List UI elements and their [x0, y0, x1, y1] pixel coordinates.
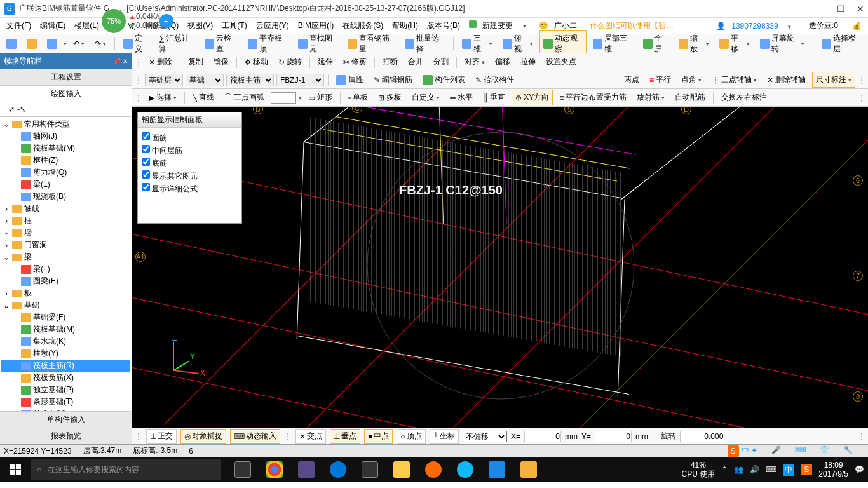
aux3-button[interactable]: ⋮ 三点辅轴▾ [708, 72, 761, 88]
merge-button[interactable]: 合并 [404, 54, 427, 70]
trim-button[interactable]: ✂ 修剪 [339, 54, 370, 70]
tray-up-icon[interactable]: ⌃ [721, 465, 728, 474]
tree-axis[interactable]: 轴线 [24, 203, 39, 214]
menu-file[interactable]: 文件(F) [3, 18, 35, 33]
component-tree[interactable]: ⌄常用构件类型 轴网(J) 筏板基础(M) 框柱(Z) 剪力墙(Q) 梁(L) … [0, 117, 132, 411]
tree-fbjc[interactable]: 筏板基础(M) [33, 324, 75, 335]
tree-shearwall[interactable]: 剪力墙(Q) [33, 167, 67, 178]
menu-edit[interactable]: 编辑(E) [36, 18, 69, 33]
tree-raft[interactable]: 筏板基础(M) [33, 143, 75, 154]
ime-lang[interactable]: 中 ✦ [742, 445, 757, 457]
rebar-display-panel[interactable]: 钢筋显示控制面板 面筋 中间层筋 底筋 显示其它图元 显示详细公式 [137, 112, 242, 224]
dimension-button[interactable]: 尺寸标注▾ [812, 72, 855, 88]
save-dropdown[interactable]: ▾ [64, 41, 67, 47]
chk-top-rebar[interactable]: 面筋 [142, 132, 238, 144]
app-store[interactable] [355, 457, 385, 482]
tree-zhu[interactable]: 柱 [24, 215, 32, 226]
move-button[interactable]: ✥ 移动 [241, 54, 272, 70]
tree-jcl[interactable]: 基础梁(F) [33, 312, 65, 323]
ime-tool-icon[interactable]: 🔧 [843, 445, 853, 457]
category-select[interactable]: 基础 [186, 74, 224, 86]
parallel-edge-button[interactable]: ≡ 平行边布置受力筋 [555, 90, 630, 105]
tray-clock[interactable]: 18:092017/9/5 [818, 461, 848, 479]
offset-button[interactable]: 偏移 [491, 54, 514, 70]
pick-button[interactable]: ✎ 拾取构件 [471, 72, 518, 88]
maximize-icon[interactable]: ☐ [837, 4, 845, 14]
dyn-input-toggle[interactable]: ⌨ 动态输入 [230, 429, 280, 444]
tree-dljc[interactable]: 独立基础(P) [33, 384, 74, 395]
ime-mic-icon[interactable]: 🎤 [771, 445, 781, 457]
tree-ban[interactable]: 板 [24, 288, 32, 299]
tab-single-input[interactable]: 单构件输入 [0, 411, 132, 428]
taskview-icon[interactable] [227, 457, 258, 482]
extend-button[interactable]: 延伸 [314, 54, 337, 70]
tree-beam[interactable]: 梁(L) [33, 179, 50, 190]
copy-button[interactable]: 复制 [184, 54, 207, 70]
single-slab-button[interactable]: ▫ 单板 [344, 90, 372, 105]
tab-project-settings[interactable]: 工程设置 [0, 69, 132, 86]
redo-button[interactable]: ↷▾ [91, 37, 110, 51]
tree-ring-beam[interactable]: 圈梁(E) [33, 276, 58, 287]
delaux-button[interactable]: ✕ 删除辅轴 [763, 72, 810, 88]
chk-show-other[interactable]: 显示其它图元 [142, 170, 238, 182]
tree-root[interactable]: 常用构件类型 [24, 119, 70, 130]
rect-button[interactable]: ▭ 矩形 [304, 90, 336, 105]
app-chrome[interactable] [259, 457, 290, 482]
select-button[interactable]: ▶ 选择▾ [145, 90, 180, 105]
cortana-search[interactable]: ○ 在这里输入你要搜索的内容 [31, 459, 221, 480]
app-explorer[interactable] [386, 457, 417, 482]
open-button[interactable] [23, 36, 41, 51]
tray-ime-cn[interactable]: 中 [783, 464, 794, 476]
vertex-snap[interactable]: ○ 顶点 [397, 429, 425, 444]
align-button[interactable]: 对齐▾ [461, 54, 489, 70]
pin-icon[interactable]: 📌 ✕ [113, 58, 128, 65]
radial-button[interactable]: 放射筋▾ [633, 90, 668, 105]
break-button[interactable]: 打断 [379, 54, 402, 70]
tab-draw-input[interactable]: 绘图输入 [0, 86, 132, 102]
code-select[interactable]: FBZJ-1 [276, 74, 324, 86]
swap-button[interactable]: 交换左右标注 [717, 90, 771, 105]
close-icon[interactable]: ✕ [857, 4, 864, 14]
stretch-button[interactable]: 拉伸 [517, 54, 539, 70]
auto-rebar-button[interactable]: 自动配筋 [671, 90, 709, 105]
y-input[interactable] [595, 431, 632, 442]
chk-mid-rebar[interactable]: 中间层筋 [142, 144, 238, 157]
ime-keyboard-icon[interactable]: ⌨ [795, 445, 806, 457]
app-glodon[interactable] [482, 457, 512, 482]
tree-liang-item[interactable]: 梁(L) [33, 264, 50, 274]
tree-door[interactable]: 门窗洞 [24, 240, 47, 250]
ime-skin-icon[interactable]: 👕 [820, 445, 829, 457]
offset-select[interactable]: 不偏移 [463, 431, 507, 442]
app-qq[interactable] [450, 457, 480, 482]
snap-toggle[interactable]: ◎ 对象捕捉 [180, 429, 226, 444]
cpu-meter[interactable]: 41%CPU 使用 [682, 461, 715, 479]
expand-icon[interactable]: +⤢ [4, 105, 15, 114]
tab-report[interactable]: 报表预览 [0, 428, 132, 444]
3d-viewport[interactable]: FBZJ-1 C12@150 A1 B C 5 D 6 7 8 钢筋显示控制面板… [132, 107, 868, 428]
tray-lang-icon[interactable]: ⌨ [766, 465, 776, 474]
tree-zd[interactable]: 柱墩(Y) [33, 348, 58, 359]
app-note[interactable] [513, 457, 544, 482]
arc-button[interactable]: ⌒ 三点画弧 [220, 90, 268, 105]
xy-direction-button[interactable]: ⊕ XY方向 [512, 90, 553, 105]
tree-txjc[interactable]: 条形基础(T) [33, 396, 73, 407]
rot-checkbox[interactable]: ☐ 旋转 [652, 431, 676, 442]
multi-slab-button[interactable]: ⊞ 多板 [374, 90, 405, 105]
tree-column[interactable]: 框柱(Z) [33, 155, 58, 166]
vertical-button[interactable]: ║ 垂直 [479, 90, 510, 105]
tree-jichu[interactable]: 基础 [24, 300, 39, 311]
coord-snap[interactable]: └ 坐标 [430, 429, 459, 444]
color-picker[interactable] [271, 92, 296, 104]
chk-show-formula[interactable]: 显示详细公式 [142, 182, 238, 195]
property-button[interactable]: 属性 [332, 72, 367, 88]
new-button[interactable] [3, 36, 20, 51]
tree-fbfj[interactable]: 筏板负筋(X) [33, 372, 74, 383]
x-input[interactable] [524, 431, 561, 442]
horizontal-button[interactable]: ═ 水平 [446, 90, 477, 105]
mid-snap[interactable]: ■ 中点 [364, 429, 393, 444]
tray-notifications-icon[interactable]: 💬 [855, 465, 864, 474]
menu-floor[interactable]: 楼层(L) [71, 18, 103, 33]
speed-widget[interactable]: 75% 0.04K/s 0.04K/s + [102, 9, 173, 33]
delete-button[interactable]: ✕ 删除 [145, 54, 176, 70]
type-select[interactable]: 筏板主筋 [226, 74, 274, 86]
